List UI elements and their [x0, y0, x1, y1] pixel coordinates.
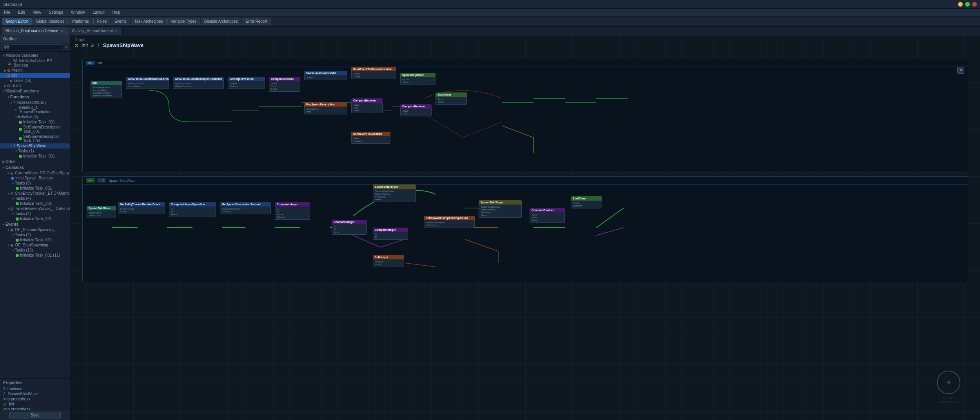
item-oe-start[interactable]: ▾ ◉ OE_StartSpawning — [0, 243, 70, 248]
node-is-mission-valid[interactable]: IsMissionInstanceValid IsValid — [304, 71, 347, 80]
item-cw-init001[interactable]: Initialize Task_001 — [0, 186, 70, 191]
node-compute-int-op[interactable]: ComputeIntegerOperation A B Result — [169, 202, 216, 217]
node-compare-int-2[interactable]: CompareInteger A B Less — [332, 220, 367, 235]
tab-close-2[interactable]: ✕ — [114, 29, 118, 33]
node-spawn-ship-wave-top[interactable]: SpawnShipWave Name Ships — [400, 73, 436, 85]
toolbar-task-archetypes[interactable]: Task Archetypes — [131, 18, 167, 25]
graph-close-button[interactable]: ✕ — [957, 67, 964, 74]
toolbar-global-variables[interactable]: Global Variables — [33, 18, 68, 25]
item-setspawn-001[interactable]: SetSpawnDescription Task_001 — [0, 125, 70, 134]
node-pop-spawn-desc[interactable]: PopSpawnDescription SpawnDesc Item — [304, 102, 347, 114]
section-mission-variables[interactable]: ▾ Mission Variables — [0, 52, 70, 58]
menu-view[interactable]: View — [31, 9, 43, 15]
node-st-row2: Name — [438, 100, 465, 103]
toolbar-disable-archetypes[interactable]: Disable Archetypes — [201, 18, 241, 25]
node-compare-bool-1[interactable]: CompareBoolean Value True False — [269, 77, 300, 92]
item-tbw-tasks[interactable]: ▾ Tasks (4) — [0, 211, 70, 216]
toolbar-variable-types[interactable]: Variable Types — [167, 18, 200, 25]
search-clear-button[interactable]: ✕ — [65, 45, 68, 49]
node-get-entity-tracker[interactable]: GetEntityTrackerMemberCount EntityTracke… — [118, 202, 165, 214]
item-shipentity-init001[interactable]: Initialize Task_001 — [0, 201, 70, 206]
item-tbw-init001[interactable]: Initialize Task_001 — [0, 216, 70, 221]
section-other[interactable]: ▶ Other — [0, 159, 70, 165]
node-sstbr-row2: SpawnPosition — [481, 208, 519, 211]
node-spawn-ship-target-br[interactable]: SpawnShipTarget SpawnEntityClass SpawnPo… — [479, 200, 522, 218]
node-init-entry[interactable]: Init MissionLocation LocationType Object… — [91, 81, 122, 98]
arrow-start-tasks: ▾ — [11, 248, 15, 252]
menu-window[interactable]: Window — [69, 9, 87, 15]
node-spawn-ship-wave-entry[interactable]: SpawnShipWave SpawnDesc WaveCount — [87, 206, 116, 218]
item-currentwave-sr[interactable]: ▾ ◎ CurrentWave_SR:OnShipSpawned — [0, 170, 70, 176]
maximize-button[interactable] — [965, 2, 970, 7]
node-cb3-row2: True — [403, 112, 429, 115]
node-compare-int-3[interactable]: CompareInteger A B — [373, 228, 408, 240]
item-initially-active[interactable]: ⚠ fM_IsInitiallyActive_BP :Boolean — [0, 58, 70, 68]
item-init-task001-spawn[interactable]: Initialize Task_001 — [0, 154, 70, 159]
section-callbacks[interactable]: ▾ Callbacks — [0, 165, 70, 170]
item-increase-officially[interactable]: ▾ ƒ IncreaseOfficially — [0, 100, 70, 105]
graph-area[interactable]: Graph ⊙ Init & ƒ SpawnShipWave ✕ m1 Init — [71, 35, 980, 420]
node-set-integer[interactable]: SetInteger Variable Value — [373, 255, 404, 267]
item-oe-resume[interactable]: ▾ ◉ OE_ResumeSpawning — [0, 227, 70, 232]
section-mission-functions[interactable]: ▾ MissionFunctions — [0, 88, 70, 94]
section-events[interactable]: ▾ Events — [0, 221, 70, 227]
item-init-task001-inc[interactable]: Initialize Task_001 — [0, 119, 70, 125]
item-timebetween-waves[interactable]: ▾ ◎ TimeBetweenWaves_T:OnFinished — [0, 206, 70, 211]
tab-close-1[interactable]: ✕ — [60, 29, 64, 33]
save-button[interactable]: Save — [9, 412, 60, 418]
item-setspawn-004[interactable]: SetSpawnDescription Task_004 — [0, 134, 70, 143]
node-get-mission-loc-obj[interactable]: GetMissionLocationObjectContainer Missio… — [173, 77, 224, 89]
node-compare-bool-bottom[interactable]: CompareBoolean Value True False — [530, 208, 565, 223]
tab-mission-ship[interactable]: Mission_ShipLocationDefence ✕ — [2, 27, 68, 35]
toolbar-events[interactable]: Events — [111, 18, 130, 25]
menu-edit[interactable]: Edit — [16, 9, 26, 15]
item-resume-init001[interactable]: Initialize Task_001 — [0, 237, 70, 243]
node-gsda-row1: SpawnDescription — [222, 207, 269, 210]
section-functions[interactable]: ▾ Functions — [0, 94, 70, 100]
item-shipentity-tasks[interactable]: ▾ Tasks (4) — [0, 196, 70, 201]
node-compare-bool-2[interactable]: CompareBoolean Value True False — [351, 98, 383, 113]
item-start-init001[interactable]: Initialize Task_001 (11) — [0, 253, 70, 258]
node-start-timer-top[interactable]: StartTimer Timer Name — [436, 92, 467, 105]
tab-activity-human[interactable]: Activity_HumanCombat ✕ — [68, 27, 123, 35]
arrow-spawn-tasks: ▾ — [14, 149, 18, 153]
item-initialspawn-bool[interactable]: InitialSpawn :Boolean — [0, 176, 70, 181]
item-init-tasks[interactable]: ▶ Tasks (14) — [0, 78, 70, 83]
item-preinit[interactable]: ▶ ⊙ Preinit — [0, 68, 70, 73]
menu-help[interactable]: Help — [111, 9, 122, 15]
node-get-spawn-desc-amount[interactable]: GetSpawnDescriptionAmount SpawnDescripti… — [220, 202, 271, 214]
item-inc-tasks[interactable]: ▾ Initialize (4) — [0, 114, 70, 119]
node-start-timer-bottom[interactable]: StartTimer Timer Duration — [571, 196, 602, 208]
toolbar-error-report[interactable]: Error Report — [242, 18, 270, 25]
item-start-tasks[interactable]: ▾ Tasks (13) — [0, 248, 70, 253]
node-set-spawn-desc-ship[interactable]: SetSpawnDescriptionShipCount SpawnDescri… — [424, 216, 475, 228]
menu-file[interactable]: File — [2, 9, 12, 15]
node-send-event-mission[interactable]: SendEventToMissionInstance Event Target — [351, 67, 396, 79]
item-spawn-tasks[interactable]: ▾ Tasks (1) — [0, 148, 70, 154]
item-shipentity-tracker[interactable]: ▾ ◎ ShipEntityTracker_ET:OnMemberDied — [0, 191, 70, 196]
dot-green-resume — [16, 239, 19, 242]
node-spawn-ship-target-top[interactable]: SpawnShipTarget SpawnEntityClass SpawnPo… — [373, 185, 416, 202]
item-spawn-ship-wave[interactable]: ▾ ƒ SpawnShipWave — [0, 143, 70, 148]
node-start-timer-top-body: Timer Name — [436, 97, 467, 105]
menu-layout[interactable]: Layout — [91, 9, 106, 15]
minimize-button[interactable] — [958, 2, 963, 7]
menu-settings[interactable]: Settings — [47, 9, 65, 15]
toolbar-roles[interactable]: Roles — [93, 18, 111, 25]
search-input[interactable] — [2, 44, 63, 50]
node-send-event-location[interactable]: SendEventToLocation Event Location — [351, 132, 390, 144]
toolbar-graph-editor[interactable]: Graph Editor — [2, 18, 32, 25]
item-initial-sd[interactable]: ⚠ InitialSD_1 :SpawnDescription — [0, 105, 70, 114]
node-compare-bool-3[interactable]: CompareBoolean Value True — [400, 104, 432, 116]
node-compare-int-bottom[interactable]: CompareInteger A B Equal Greater — [275, 202, 310, 220]
panel-bottom-label: SpawnShipWave — [109, 179, 135, 183]
item-init[interactable]: ▾ ⊙ Init — [0, 73, 70, 78]
node-get-obj-pos[interactable]: GetObjectPosition Object Position — [228, 77, 265, 89]
node-get-mission-loc-action[interactable]: GetMissionLocationActionArea MissionLoca… — [126, 77, 169, 89]
toolbar-platforms[interactable]: Platforms — [69, 18, 92, 25]
item-resume-tasks[interactable]: ▾ Tasks (2) — [0, 232, 70, 237]
outline-label: Outline — [3, 37, 16, 41]
item-uninit[interactable]: ▶ ⊙ Uninit — [0, 83, 70, 88]
close-button[interactable] — [972, 2, 977, 7]
item-cw-tasks[interactable]: ▾ Tasks (5) — [0, 181, 70, 186]
